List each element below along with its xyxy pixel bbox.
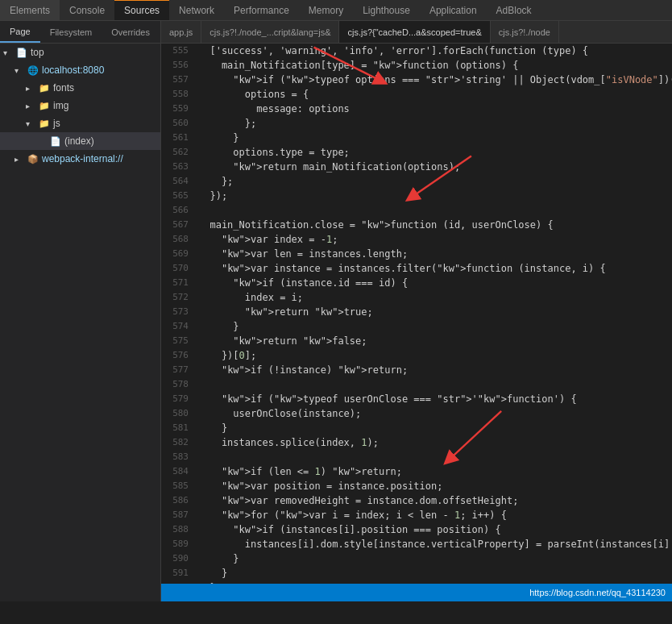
tab-performance[interactable]: Performance — [224, 0, 299, 20]
sidebar-item-localhost[interactable]: 🌐 localhost:8080 — [0, 61, 160, 79]
file-tab-app[interactable]: app.js — [161, 21, 201, 43]
sidebar-item-fonts[interactable]: 📁 fonts — [0, 79, 160, 97]
line-number: 562 — [161, 145, 195, 160]
code-line: 576 })[0]; — [161, 348, 672, 363]
line-content: "kw">var removedHeight = instance.dom.of… — [195, 493, 672, 508]
line-content: } — [195, 319, 672, 334]
tree-arrow-top — [3, 47, 15, 58]
line-number: 588 — [161, 522, 195, 537]
code-line: 566 — [161, 203, 672, 218]
line-content: "kw">if ("kw">typeof options === "str">'… — [195, 73, 672, 87]
line-content: "kw">if ("kw">typeof userOnClose === "st… — [195, 392, 672, 406]
code-line: 564 }; — [161, 174, 672, 189]
code-line: 571 "kw">if (instance.id === id) { — [161, 276, 672, 290]
line-number: 573 — [161, 305, 195, 319]
line-number: 581 — [161, 421, 195, 435]
code-line: 586 "kw">var removedHeight = instance.do… — [161, 493, 672, 508]
line-content: "kw">var position = instance.position; — [195, 479, 672, 493]
line-content: }; — [195, 580, 672, 584]
sidebar-item-index[interactable]: 📄 (index) — [0, 132, 160, 150]
line-number: 575 — [161, 334, 195, 348]
line-number: 589 — [161, 537, 195, 551]
line-content: main_Notification[type] = "kw">function … — [195, 58, 672, 73]
subtab-page[interactable]: Page — [0, 21, 40, 43]
line-number: 578 — [161, 377, 195, 392]
line-content: options.type = type; — [195, 145, 672, 160]
subtab-overrides[interactable]: Overrides — [102, 21, 160, 43]
line-number: 587 — [161, 508, 195, 522]
line-number: 560 — [161, 116, 195, 131]
tab-console[interactable]: Console — [60, 0, 114, 20]
code-line: 561 } — [161, 131, 672, 145]
code-line: 565 }); — [161, 189, 672, 203]
line-number: 557 — [161, 73, 195, 87]
line-number: 583 — [161, 450, 195, 464]
line-number: 564 — [161, 174, 195, 189]
line-number: 577 — [161, 363, 195, 377]
tab-memory[interactable]: Memory — [299, 0, 353, 20]
sidebar-item-img[interactable]: 📁 img — [0, 97, 160, 114]
main-layout: Page Filesystem Overrides » ⋮ 📄 top 🌐 lo… — [0, 21, 672, 601]
code-line: 556 main_Notification[type] = "kw">funct… — [161, 58, 672, 73]
code-line: 560 }; — [161, 116, 672, 131]
line-number: 586 — [161, 493, 195, 508]
line-number: 584 — [161, 464, 195, 479]
file-tabs: app.js cjs.js?!./node_...cript&lang=js& … — [161, 21, 672, 44]
line-content: } — [195, 551, 672, 566]
code-line: 578 — [161, 377, 672, 392]
status-bar: https://blog.csdn.net/qq_43114230 — [161, 584, 672, 601]
tab-sources[interactable]: Sources — [114, 0, 169, 20]
file-tab-cjs3[interactable]: cjs.js?!./node — [491, 21, 559, 43]
file-tab-cjs2[interactable]: cjs.js?{"cacheD...a&scoped=true& — [339, 21, 490, 43]
line-content: index = i; — [195, 290, 672, 305]
line-content: "kw">var instance = instances.filter("kw… — [195, 261, 672, 276]
file-tab-cjs1[interactable]: cjs.js?!./node_...cript&lang=js& — [201, 21, 339, 43]
line-content: } — [195, 131, 672, 145]
code-line: 555 ['success', 'warning', 'info', 'erro… — [161, 44, 672, 58]
line-content: userOnClose(instance); — [195, 406, 672, 421]
line-number: 585 — [161, 479, 195, 493]
subtab-filesystem[interactable]: Filesystem — [40, 21, 102, 43]
line-content: ['success', 'warning', 'info', 'error'].… — [195, 44, 672, 58]
line-content: } — [195, 421, 672, 435]
top-tab-bar: Elements Console Sources Network Perform… — [0, 0, 672, 21]
tab-adblock[interactable]: AdBlock — [487, 0, 541, 20]
line-number: 566 — [161, 203, 195, 218]
tab-lighthouse[interactable]: Lighthouse — [353, 0, 420, 20]
line-number: 574 — [161, 319, 195, 334]
line-content: })[0]; — [195, 348, 672, 363]
line-content: "kw">return "kw">false; — [195, 334, 672, 348]
line-content: options = { — [195, 87, 672, 102]
code-lines-container: 555 ['success', 'warning', 'info', 'erro… — [161, 44, 672, 584]
line-number: 561 — [161, 131, 195, 145]
line-content — [195, 450, 672, 464]
tab-network[interactable]: Network — [169, 0, 224, 20]
code-line: 584 "kw">if (len <= 1) "kw">return; — [161, 464, 672, 479]
code-line: 557 "kw">if ("kw">typeof options === "st… — [161, 73, 672, 87]
line-number: 570 — [161, 261, 195, 276]
line-number: 555 — [161, 44, 195, 58]
code-line: 580 userOnClose(instance); — [161, 406, 672, 421]
sidebar-sub-tabs: Page Filesystem Overrides » ⋮ — [0, 21, 160, 44]
code-line: 589 instances[i].dom.style[instance.vert… — [161, 537, 672, 551]
line-content: "kw">return "kw">true; — [195, 305, 672, 319]
code-line: 575 "kw">return "kw">false; — [161, 334, 672, 348]
sidebar-item-top[interactable]: 📄 top — [0, 44, 160, 61]
code-line: 563 "kw">return main_Notification(option… — [161, 160, 672, 174]
tab-elements[interactable]: Elements — [0, 0, 60, 20]
line-content: message: options — [195, 102, 672, 116]
line-number: 590 — [161, 551, 195, 566]
line-content: instances[i].dom.style[instance.vertical… — [195, 537, 672, 551]
code-line: 570 "kw">var instance = instances.filter… — [161, 261, 672, 276]
status-url: https://blog.csdn.net/qq_43114230 — [529, 588, 666, 597]
tab-application[interactable]: Application — [420, 0, 487, 20]
line-number: 559 — [161, 102, 195, 116]
sidebar-item-js[interactable]: 📁 js — [0, 114, 160, 132]
sidebar-item-webpack[interactable]: 📦 webpack-internal:// — [0, 150, 160, 168]
code-line: 573 "kw">return "kw">true; — [161, 305, 672, 319]
code-view[interactable]: 555 ['success', 'warning', 'info', 'erro… — [161, 44, 672, 584]
line-content: } — [195, 566, 672, 580]
line-content: "kw">if (instance.id === id) { — [195, 276, 672, 290]
line-number: 558 — [161, 87, 195, 102]
line-number: 563 — [161, 160, 195, 174]
